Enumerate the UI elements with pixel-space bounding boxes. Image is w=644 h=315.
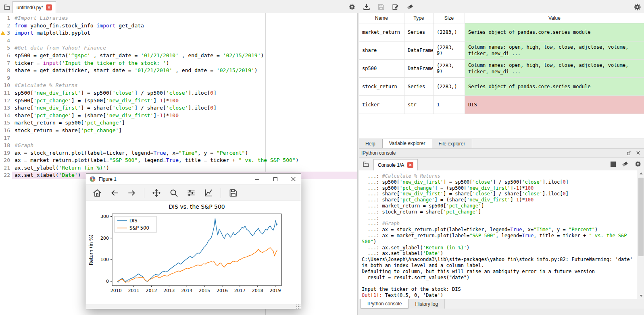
minimize-icon[interactable] <box>250 174 265 184</box>
save-data-icon[interactable] <box>376 2 386 12</box>
scrollbar-thumb[interactable] <box>638 178 644 256</box>
variable-type[interactable]: DataFrame <box>404 60 434 78</box>
resize-grip[interactable] <box>296 304 300 309</box>
column-header-type[interactable]: Type <box>404 13 434 23</box>
console-output[interactable]: ...: #Calculate % Returns ...: sp500['ne… <box>359 170 638 299</box>
y-axis-label: Return (in %) <box>88 234 94 265</box>
editor-line[interactable]: share = get_data(ticker, start_date = '0… <box>15 67 357 75</box>
line-number: 11 <box>0 89 10 97</box>
remove-all-variables-icon[interactable] <box>405 2 415 12</box>
variable-row[interactable]: stock_returnSeries(2283,)Series object o… <box>359 78 644 96</box>
variable-row[interactable]: tickerstr1DIS <box>359 96 644 114</box>
console-options-gear-icon[interactable] <box>634 160 642 168</box>
editor-line[interactable]: share['pct_change'] = (share['new_div_fi… <box>15 112 357 120</box>
editor-line[interactable]: stock_return = share['pct_change'] <box>15 127 357 135</box>
console-tab[interactable]: Console 1/A <box>373 159 418 170</box>
chart-title: DIS vs. the S&P 500 <box>169 203 225 210</box>
variable-name[interactable]: sp500 <box>359 60 404 78</box>
settings-gear-icon[interactable] <box>347 2 357 12</box>
console-pane-icon[interactable] <box>361 160 370 168</box>
variable-size[interactable]: (2283,) <box>434 23 465 41</box>
interrupt-kernel-icon[interactable] <box>611 162 616 167</box>
ipython-console[interactable]: ...: #Calculate % Returns ...: sp500['ne… <box>359 170 644 299</box>
variable-value[interactable]: Series object of pandas.core.series modu… <box>465 23 644 41</box>
import-data-icon[interactable] <box>361 2 372 12</box>
configure-subplots-icon[interactable] <box>186 188 196 198</box>
editor-line[interactable]: ax = market_return.plot(label="S&P 500",… <box>15 157 357 164</box>
figure-titlebar[interactable]: Figure 1 <box>86 174 301 185</box>
preferences-gear-icon[interactable] <box>632 2 642 12</box>
editor-line[interactable]: #Calculate % Returns <box>15 82 357 89</box>
editor-line[interactable]: ax = stock_return.plot(label=ticker, leg… <box>15 149 357 157</box>
close-pane-icon[interactable] <box>634 149 642 157</box>
back-icon[interactable] <box>109 188 120 198</box>
scroll-up-icon[interactable] <box>638 170 644 176</box>
variable-value[interactable]: Column names: open, high, low, close, ad… <box>465 60 644 78</box>
tab-ipython-console[interactable]: IPython console <box>361 299 408 309</box>
editor-line[interactable]: from yahoo_fin.stock_info import get_dat… <box>15 22 357 30</box>
variable-value[interactable]: Series object of pandas.core.series modu… <box>465 78 644 96</box>
tab-history-log[interactable]: History log <box>408 299 445 309</box>
pan-icon[interactable] <box>151 188 162 198</box>
save-data-as-icon[interactable] <box>390 2 401 12</box>
tab-file-explorer[interactable]: File explorer <box>432 139 472 148</box>
console-tab-close-icon[interactable] <box>407 162 413 168</box>
tab-help[interactable]: Help <box>359 139 382 148</box>
editor-line[interactable]: #Import Libraries <box>15 15 357 22</box>
close-window-icon[interactable] <box>286 174 301 184</box>
file-pane-icon[interactable] <box>2 2 11 11</box>
variable-size[interactable]: 1 <box>434 96 465 114</box>
variable-size[interactable]: (2283,) <box>434 78 465 96</box>
editor-line[interactable]: #Get data from Yahoo! Finance <box>15 44 357 52</box>
figure-window[interactable]: Figure 1 <box>86 173 301 309</box>
variable-type[interactable]: DataFrame <box>404 41 434 60</box>
edit-axis-icon[interactable] <box>203 188 214 198</box>
variable-row[interactable]: shareDataFrame(2283, 9)Column names: ope… <box>359 41 644 60</box>
variable-name[interactable]: market_return <box>359 23 404 41</box>
remove-console-variables-icon[interactable] <box>621 160 629 168</box>
editor-tab-untitled0[interactable]: untitled0.py* <box>13 1 56 13</box>
zoom-icon[interactable] <box>169 188 179 198</box>
variable-size[interactable]: (2283, 9) <box>434 60 465 78</box>
variable-type[interactable]: str <box>404 96 434 114</box>
editor-line[interactable] <box>15 75 357 82</box>
variable-size[interactable]: (2283, 9) <box>434 41 465 60</box>
editor-tab-close-icon[interactable] <box>46 4 52 10</box>
variable-name[interactable]: share <box>359 41 404 60</box>
editor-line[interactable]: import matplotlib.pyplot <box>15 29 357 37</box>
editor-line[interactable]: ax.set_ylabel('Return (in %)') <box>15 164 357 172</box>
variable-value[interactable]: Column names: open, high, low, close, ad… <box>465 41 644 60</box>
home-icon[interactable] <box>92 188 102 198</box>
save-figure-icon[interactable] <box>228 188 238 198</box>
figure-chart[interactable]: DIS vs. the S&P 500Return (in %)20102011… <box>86 201 301 304</box>
variable-table[interactable]: market_returnSeries(2283,)Series object … <box>359 23 644 114</box>
editor-line[interactable]: sp500['new_div_first'] = sp500['close'] … <box>15 89 357 97</box>
undock-icon[interactable] <box>625 149 633 157</box>
console-scrollbar[interactable] <box>638 170 644 299</box>
editor-line[interactable] <box>15 135 357 142</box>
editor-line[interactable] <box>15 37 357 45</box>
variable-name[interactable]: ticker <box>359 96 404 114</box>
editor-line[interactable]: market_return = sp500['pct_change'] <box>15 119 357 127</box>
forward-icon[interactable] <box>127 188 137 198</box>
editor-line[interactable]: sp500 = get_data('^gspc' , start_date = … <box>15 52 357 60</box>
variable-name[interactable]: stock_return <box>359 78 404 96</box>
variable-type[interactable]: Series <box>404 23 434 41</box>
editor-line[interactable]: #Graph <box>15 142 357 149</box>
editor-line[interactable]: sp500['pct_change'] = (sp500['new_div_fi… <box>15 97 357 105</box>
variable-type[interactable]: Series <box>404 78 434 96</box>
tab-variable-explorer[interactable]: Variable explorer <box>382 139 432 148</box>
editor-code[interactable]: #Import Librariesfrom yahoo_fin.stock_in… <box>12 15 357 179</box>
maximize-icon[interactable] <box>268 174 283 184</box>
column-header-size[interactable]: Size <box>434 13 465 23</box>
variable-value[interactable]: DIS <box>465 96 644 114</box>
column-header-value[interactable]: Value <box>465 13 644 23</box>
line-number: 12 <box>0 97 10 105</box>
editor-line[interactable]: share['new_div_first'] = share['close'] … <box>15 104 357 112</box>
variable-row[interactable]: market_returnSeries(2283,)Series object … <box>359 23 644 41</box>
column-header-name[interactable]: Name <box>359 13 404 23</box>
editor-line[interactable]: ticker = input('Input the ticker of the … <box>15 60 357 67</box>
variable-row[interactable]: sp500DataFrame(2283, 9)Column names: ope… <box>359 60 644 78</box>
figure-canvas[interactable]: DIS vs. the S&P 500Return (in %)20102011… <box>86 201 301 304</box>
scroll-down-icon[interactable] <box>638 293 644 299</box>
